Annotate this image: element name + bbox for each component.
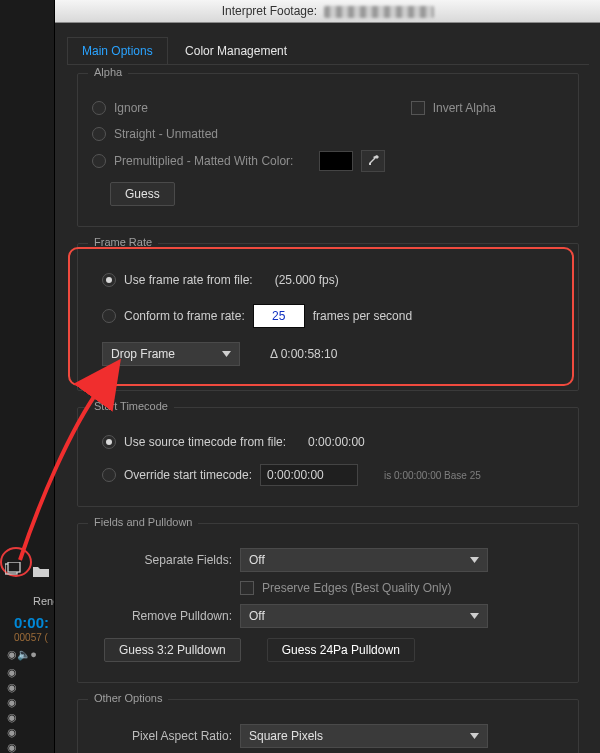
legend-alpha: Alpha	[88, 66, 128, 78]
radio-ignore[interactable]	[92, 101, 106, 115]
chevron-down-icon	[470, 557, 479, 563]
timeline-frame: 00057 (	[14, 632, 48, 643]
label-separate-fields: Separate Fields:	[92, 553, 232, 567]
layer-switches[interactable]: ◉🔈●	[6, 648, 46, 663]
filename-blurred	[324, 6, 434, 18]
radio-premultiplied[interactable]	[92, 154, 106, 168]
layer-eye[interactable]: ◉	[6, 696, 46, 711]
radio-override-timecode[interactable]	[102, 468, 116, 482]
tab-main-options[interactable]: Main Options	[67, 37, 168, 64]
guess-alpha-button[interactable]: Guess	[110, 182, 175, 206]
interpret-footage-icon[interactable]	[5, 562, 23, 579]
select-drop-frame[interactable]: Drop Frame	[102, 342, 240, 366]
legend-frame-rate: Frame Rate	[88, 236, 158, 248]
group-start-timecode: Start Timecode Use source timecode from …	[77, 407, 579, 507]
select-remove-pulldown-value: Off	[249, 605, 265, 627]
app-left-strip: Rend 0:00: 00057 ( ◉🔈● ◉ ◉ ◉ ◉ ◉ ◉	[0, 0, 54, 753]
label-premultiplied: Premultiplied - Matted With Color:	[114, 154, 293, 168]
guess-32-pulldown-button[interactable]: Guess 3:2 Pulldown	[104, 638, 241, 662]
legend-fields-pulldown: Fields and Pulldown	[88, 516, 198, 528]
label-use-source-timecode: Use source timecode from file:	[124, 435, 286, 449]
value-source-timecode: 0:00:00:00	[308, 435, 365, 449]
label-pixel-aspect-ratio: Pixel Aspect Ratio:	[92, 729, 232, 743]
value-file-frame-rate: (25.000 fps)	[275, 273, 339, 287]
group-alpha: Alpha Ignore Invert Alpha Straight - Unm…	[77, 73, 579, 227]
radio-use-source-timecode[interactable]	[102, 435, 116, 449]
label-base: is 0:00:00:00 Base 25	[384, 470, 481, 481]
window-title: Interpret Footage:	[222, 4, 317, 18]
svg-rect-1	[8, 562, 20, 572]
label-override-timecode: Override start timecode:	[124, 468, 252, 482]
chevron-down-icon	[470, 733, 479, 739]
timeline-timecode[interactable]: 0:00:	[14, 614, 49, 631]
group-fields-pulldown: Fields and Pulldown Separate Fields: Off…	[77, 523, 579, 683]
label-remove-pulldown: Remove Pulldown:	[92, 609, 232, 623]
input-override-timecode[interactable]	[260, 464, 358, 486]
folder-icon[interactable]	[33, 565, 49, 580]
matte-color-swatch[interactable]	[319, 151, 353, 171]
radio-conform-frame-rate[interactable]	[102, 309, 116, 323]
legend-other-options: Other Options	[88, 692, 168, 704]
guess-24pa-pulldown-button[interactable]: Guess 24Pa Pulldown	[267, 638, 415, 662]
layer-eye[interactable]: ◉	[6, 666, 46, 681]
label-duration-delta: Δ 0:00:58:10	[270, 347, 337, 361]
layer-eye[interactable]: ◉	[6, 726, 46, 741]
select-pixel-aspect-ratio[interactable]: Square Pixels	[240, 724, 488, 748]
checkbox-preserve-edges[interactable]	[240, 581, 254, 595]
chevron-down-icon	[222, 351, 231, 357]
label-invert-alpha: Invert Alpha	[433, 101, 496, 115]
select-separate-fields[interactable]: Off	[240, 548, 488, 572]
interpret-footage-dialog: Interpret Footage: Main Options Color Ma…	[54, 0, 600, 753]
chevron-down-icon	[470, 613, 479, 619]
label-straight: Straight - Unmatted	[114, 127, 218, 141]
radio-use-file-frame-rate[interactable]	[102, 273, 116, 287]
tabs: Main Options Color Management	[67, 37, 589, 65]
legend-start-timecode: Start Timecode	[88, 400, 174, 412]
layer-eye[interactable]: ◉	[6, 741, 46, 753]
eyedropper-button[interactable]	[361, 150, 385, 172]
group-other-options: Other Options Pixel Aspect Ratio: Square…	[77, 699, 579, 753]
label-use-file-frame-rate: Use frame rate from file:	[124, 273, 253, 287]
layer-eye[interactable]: ◉	[6, 711, 46, 726]
label-conform-frame-rate: Conform to frame rate:	[124, 309, 245, 323]
titlebar[interactable]: Interpret Footage:	[55, 0, 600, 23]
tab-underline	[67, 64, 589, 65]
select-pixel-aspect-ratio-value: Square Pixels	[249, 725, 323, 747]
checkbox-invert-alpha[interactable]	[411, 101, 425, 115]
select-drop-frame-value: Drop Frame	[111, 343, 175, 365]
label-preserve-edges: Preserve Edges (Best Quality Only)	[262, 581, 451, 595]
label-fps-suffix: frames per second	[313, 309, 412, 323]
radio-straight[interactable]	[92, 127, 106, 141]
select-separate-fields-value: Off	[249, 549, 265, 571]
group-frame-rate: Frame Rate Use frame rate from file: (25…	[77, 243, 579, 391]
input-conform-fps[interactable]	[253, 304, 305, 328]
label-ignore: Ignore	[114, 101, 148, 115]
layer-eye[interactable]: ◉	[6, 681, 46, 696]
tab-color-management[interactable]: Color Management	[171, 38, 301, 64]
select-remove-pulldown[interactable]: Off	[240, 604, 488, 628]
